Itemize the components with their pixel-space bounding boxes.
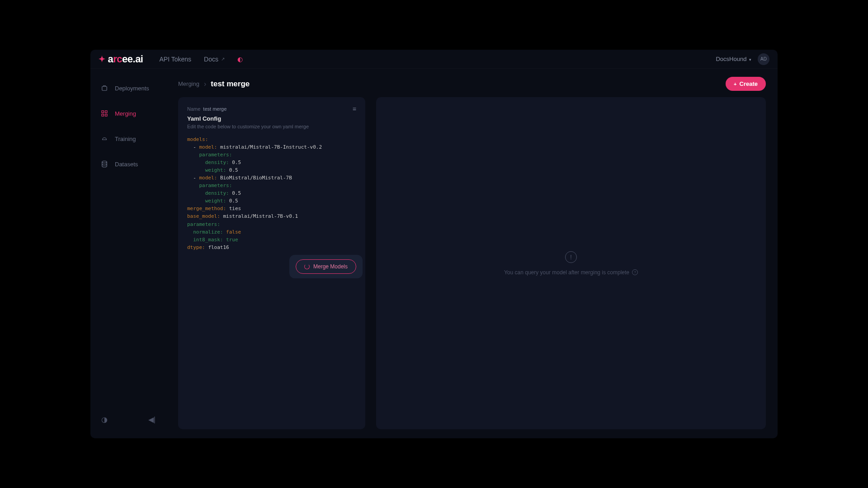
query-panel: ! You can query your model after merging… [376,97,766,429]
top-nav: ✦ arcee.ai API Tokens Docs ↗ ◐ DocsHound… [90,50,778,69]
chevron-down-icon: ▾ [749,57,751,62]
yaml-key: dtype: [187,244,205,250]
nav-api-tokens[interactable]: API Tokens [159,56,191,63]
yaml-value: 0.5 [232,160,241,165]
sidebar-item-label: Merging [115,110,136,117]
brand-mark-icon: ✦ [99,54,105,64]
yaml-key: parameters: [199,152,232,158]
yaml-key: int8_mask: [193,237,223,243]
yaml-key: parameters: [199,183,232,188]
brand-text-a: a [108,53,113,65]
brand-text-b: rc [113,53,122,65]
merge-button-wrap: Merge Models [296,259,356,274]
collapse-sidebar-icon[interactable]: ◀| [148,415,156,424]
yaml-key: density: [205,160,229,165]
avatar[interactable]: AD [758,53,769,65]
app-window: ✦ arcee.ai API Tokens Docs ↗ ◐ DocsHound… [90,50,778,438]
sidebar-item-deployments[interactable]: Deployments [95,80,162,97]
merge-button-label: Merge Models [313,263,348,270]
main: Merging › test merge + Create Name test … [166,69,778,438]
sidebar-item-label: Training [115,136,136,142]
workspace-switcher[interactable]: DocsHound ▾ [716,56,751,62]
sidebar-item-label: Datasets [115,161,138,168]
nav-right: DocsHound ▾ AD [716,53,769,65]
nav-links: API Tokens Docs ↗ ◐ [159,56,242,63]
svg-rect-3 [102,114,104,117]
empty-state-message: You can query your model after merging i… [504,269,629,276]
config-name-row: Name test merge ≡ [187,105,356,113]
yaml-key: density: [205,190,229,196]
page-header: Merging › test merge + Create [166,69,778,97]
datasets-icon [100,160,108,168]
sidebar-item-training[interactable]: Training [95,130,162,147]
info-circle-icon: ! [565,251,577,263]
sidebar-footer: ◑ ◀| [95,412,162,427]
nav-help[interactable]: ◐ [237,56,243,63]
breadcrumb-separator-icon: › [204,80,206,88]
merging-icon [100,109,108,117]
nav-docs-label: Docs [204,56,218,63]
panels: Name test merge ≡ Yaml Config Edit the c… [166,97,778,429]
svg-rect-1 [102,111,104,113]
yaml-value: mistralai/Mistral-7B-v0.1 [223,213,298,219]
yaml-value: BioMistral/BioMistral-7B [220,175,292,181]
yaml-value: mistralai/Mistral-7B-Instruct-v0.2 [220,144,322,150]
body: Deployments Merging Training Datasets ◑ … [90,69,778,438]
config-name-value: test merge [203,106,226,112]
sidebar-item-label: Deployments [115,85,149,92]
nav-docs[interactable]: Docs ↗ [204,56,225,63]
workspace-name: DocsHound [716,56,746,62]
yaml-value: 0.5 [229,167,238,173]
yaml-value: ties [229,206,241,211]
create-button[interactable]: + Create [726,77,766,91]
svg-rect-0 [102,86,107,90]
deployments-icon [100,84,108,92]
yaml-key: model: [199,144,217,150]
config-title: Yaml Config [187,115,356,122]
yaml-key: model: [199,175,217,181]
yaml-key: parameters: [187,221,220,227]
yaml-key: base_model: [187,213,220,219]
svg-point-5 [102,161,107,163]
empty-state-text: You can query your model after merging i… [504,269,638,276]
brand-text-c: ee.ai [122,53,143,65]
page-title: test merge [211,80,250,89]
breadcrumb[interactable]: Merging [178,80,199,87]
svg-rect-4 [105,114,108,117]
create-button-label: Create [740,80,758,87]
panel-menu-icon[interactable]: ≡ [353,105,356,113]
yaml-value: float16 [208,244,229,250]
sidebar-item-datasets[interactable]: Datasets [95,155,162,173]
brand-logo[interactable]: ✦ arcee.ai [99,53,143,65]
config-name-label: Name [187,106,200,112]
yaml-value: 0.5 [229,198,238,204]
training-icon [100,135,108,143]
yaml-value: 0.5 [232,190,241,196]
svg-rect-2 [105,111,108,113]
merge-models-button[interactable]: Merge Models [296,259,356,274]
spinner-icon [304,264,310,269]
yaml-key: merge_method: [187,206,226,211]
config-subtitle: Edit the code below to customize your ow… [187,124,356,129]
yaml-value: true [226,237,238,243]
yaml-editor[interactable]: models: - model: mistralai/Mistral-7B-In… [187,136,356,251]
yaml-key: weight: [205,198,226,204]
empty-state: ! You can query your model after merging… [504,251,638,276]
plus-icon: + [734,81,736,87]
yaml-key: models: [187,136,208,142]
sidebar: Deployments Merging Training Datasets ◑ … [90,69,166,438]
help-icon[interactable]: ? [632,269,638,275]
nav-api-tokens-label: API Tokens [159,56,191,63]
sidebar-item-merging[interactable]: Merging [95,105,162,122]
config-panel: Name test merge ≡ Yaml Config Edit the c… [178,97,365,429]
yaml-key: normalize: [193,229,223,235]
yaml-value: false [226,229,241,235]
yaml-key: weight: [205,167,226,173]
theme-toggle-icon[interactable]: ◑ [101,415,108,424]
external-link-icon: ↗ [221,56,225,61]
help-circle-icon: ◐ [237,56,243,63]
